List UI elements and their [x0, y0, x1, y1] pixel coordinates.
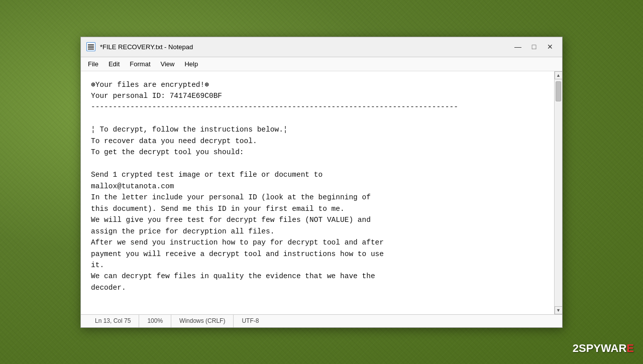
notepad-icon-graphic: [86, 42, 95, 51]
body-text: ¦ To decrypt, follow the instructions be…: [91, 126, 384, 292]
status-bar: Ln 13, Col 75 100% Windows (CRLF) UTF-8: [81, 314, 562, 327]
watermark-white-text: 2SPYWAR: [573, 342, 627, 354]
scrollbar-track[interactable]: [555, 79, 562, 306]
title-bar: *FILE RECOVERY.txt - Notepad — □ ✕: [81, 37, 562, 57]
menu-bar: File Edit Format View Help: [81, 57, 562, 71]
app-icon: [86, 42, 96, 52]
watermark: 2SPYWARE: [573, 342, 634, 355]
menu-format[interactable]: Format: [126, 59, 154, 69]
line-encrypted: ⊛Your files are encrypted!⊛: [91, 81, 209, 89]
window-controls: — □ ✕: [511, 41, 557, 53]
menu-edit[interactable]: Edit: [104, 59, 124, 69]
notepad-window: *FILE RECOVERY.txt - Notepad — □ ✕ File …: [80, 37, 563, 328]
scrollbar[interactable]: ▲ ▼: [554, 71, 562, 314]
status-line-ending: Windows (CRLF): [171, 315, 234, 327]
text-content[interactable]: ⊛Your files are encrypted!⊛ Your persona…: [81, 71, 554, 302]
status-zoom: 100%: [139, 315, 171, 327]
scrollbar-thumb[interactable]: [556, 81, 561, 101]
watermark-red-text: E: [626, 342, 634, 354]
menu-help[interactable]: Help: [180, 59, 202, 69]
scroll-down-arrow[interactable]: ▼: [555, 306, 563, 314]
maximize-button[interactable]: □: [527, 41, 541, 53]
minimize-button[interactable]: —: [511, 41, 525, 53]
status-encoding: UTF-8: [234, 315, 267, 327]
text-wrapper: ⊛Your files are encrypted!⊛ Your persona…: [81, 71, 554, 314]
window-title: *FILE RECOVERY.txt - Notepad: [100, 43, 511, 51]
content-area: ⊛Your files are encrypted!⊛ Your persona…: [81, 71, 562, 314]
line-personal-id: Your personal ID: 74174E69C0BF: [91, 92, 222, 100]
close-button[interactable]: ✕: [543, 41, 557, 53]
scroll-up-arrow[interactable]: ▲: [555, 71, 563, 79]
menu-file[interactable]: File: [84, 59, 102, 69]
status-position: Ln 13, Col 75: [87, 315, 139, 327]
menu-view[interactable]: View: [157, 59, 179, 69]
separator-line: ----------------------------------------…: [91, 103, 458, 111]
